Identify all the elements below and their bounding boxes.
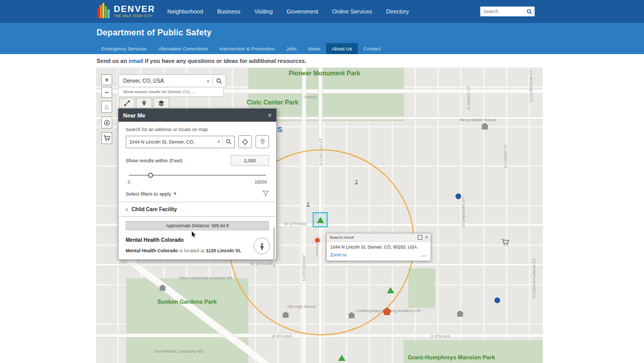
chevron-left-icon[interactable]: ‹ xyxy=(126,207,128,212)
tab-intervention-prevention[interactable]: Intervention & Prevention xyxy=(213,43,280,54)
slider-min-label: 0 xyxy=(128,179,130,185)
expand-icon[interactable] xyxy=(418,235,422,240)
more-options-icon[interactable]: ... xyxy=(421,252,427,257)
label-sunken-gardens-park: Sunken Gardens Park xyxy=(157,299,217,305)
search-icon[interactable] xyxy=(527,9,532,15)
top-nav-items: Neighborhood Business Visiting Governmen… xyxy=(167,0,409,23)
nav-item-visiting[interactable]: Visiting xyxy=(254,8,273,15)
nav-item-government[interactable]: Government xyxy=(287,8,318,15)
map-toolbar xyxy=(119,98,169,108)
street-label-grant: N GRANT ST xyxy=(466,86,471,109)
panel-scrollbar[interactable] xyxy=(273,227,275,268)
nav-item-business[interactable]: Business xyxy=(217,8,240,15)
department-subnav: Emergency Services Alternative Correctio… xyxy=(96,43,386,54)
chevron-down-icon[interactable]: ▾ xyxy=(174,191,177,196)
use-my-location-button[interactable] xyxy=(238,135,252,148)
page: DENVER THE MILE HIGH CITY Neighborhood B… xyxy=(0,0,644,363)
logo-title: DENVER xyxy=(114,5,155,14)
map-marker-triangle[interactable] xyxy=(387,287,394,293)
street-label-logan: N LOGAN ST xyxy=(503,144,508,167)
tab-alternative-corrections[interactable]: Alternative Corrections xyxy=(152,43,213,54)
denver-logo-icon xyxy=(97,3,110,19)
near-me-panel: Near Me × Search for an address or locat… xyxy=(118,108,277,260)
email-link[interactable]: email xyxy=(129,58,143,64)
clear-search-icon[interactable]: × xyxy=(204,78,212,84)
site-search-input[interactable] xyxy=(482,8,527,15)
home-button[interactable]: ⌂ xyxy=(101,101,112,113)
radius-slider[interactable] xyxy=(129,173,266,178)
slider-max-label: 16000 xyxy=(254,179,267,185)
nav-item-directory[interactable]: Directory xyxy=(386,8,409,15)
tab-about-us[interactable]: About Us xyxy=(326,43,358,54)
result-name: Mental Health Colorado xyxy=(126,248,178,253)
label-pioneer-monument-park: Pioneer Monument Park xyxy=(289,70,360,77)
popup-address: 1044 N Lincoln St, Denver, CO, 80203, US… xyxy=(330,244,427,250)
clear-address-icon[interactable]: × xyxy=(215,139,222,145)
result-address: 1120 Lincoln St. xyxy=(206,248,242,253)
nav-item-online-services[interactable]: Online Services xyxy=(332,8,372,15)
address-search-box[interactable]: × xyxy=(126,136,235,148)
nav-item-neighborhood[interactable]: Neighborhood xyxy=(167,8,203,15)
results-within-label: Show results within (Feet) xyxy=(126,158,182,163)
map-search-box[interactable]: × xyxy=(118,74,226,87)
address-search-label: Search for an address or locate on map xyxy=(126,127,269,132)
zoom-to-link[interactable]: Zoom to xyxy=(330,252,346,257)
label-gold-athletic-leadership: Gold Athletic Leadership MS xyxy=(154,349,204,354)
route-tool-icon[interactable] xyxy=(119,98,135,108)
denver-logo[interactable]: DENVER THE MILE HIGH CITY xyxy=(97,3,155,19)
search-location-pin[interactable] xyxy=(314,237,321,244)
filter-icon[interactable] xyxy=(262,190,269,197)
search-icon[interactable] xyxy=(223,139,234,145)
map-marker-triangle xyxy=(317,217,324,223)
near-me-title: Near Me xyxy=(123,112,267,119)
slider-handle[interactable] xyxy=(148,173,153,178)
zoom-out-button[interactable]: − xyxy=(101,87,112,98)
tab-contact[interactable]: Contact xyxy=(358,43,386,54)
search-icon[interactable] xyxy=(213,78,225,84)
popup-title: Search result xyxy=(329,235,415,240)
radius-value-field[interactable]: 2,000 xyxy=(231,155,269,166)
building-icon xyxy=(457,310,464,317)
map-marker-dot[interactable] xyxy=(494,297,500,303)
map-canvas[interactable]: Pioneer Monument Park Civic Center Park … xyxy=(96,68,543,363)
site-search-box[interactable] xyxy=(480,6,535,17)
near-me-header: Near Me × xyxy=(118,109,276,122)
tab-jobs[interactable]: Jobs xyxy=(280,43,302,54)
street-label-clarkson: N CLARKSON ST xyxy=(529,70,533,101)
close-icon[interactable]: × xyxy=(267,111,272,119)
label-mercy-middle-school: Mercy Middle School xyxy=(460,118,496,122)
map-marker-triangle[interactable] xyxy=(338,355,345,361)
tab-news[interactable]: News xyxy=(302,43,326,54)
zoom-in-button[interactable]: + xyxy=(101,74,112,85)
intro-text: Send us anemailif you have any questions… xyxy=(0,54,644,68)
selected-facility-highlight[interactable] xyxy=(313,212,328,227)
cart-button[interactable] xyxy=(101,132,112,144)
map-marker-pentagon[interactable] xyxy=(383,307,391,315)
locate-button[interactable] xyxy=(101,116,112,128)
label-central: Central xyxy=(304,95,316,99)
map-search-hint[interactable]: Show search results for Denver, CO, ... xyxy=(118,87,224,97)
map-search-input[interactable] xyxy=(119,77,204,84)
select-filters-dropdown[interactable]: Select filters to apply xyxy=(126,191,171,197)
result-mid-text: is located at xyxy=(180,248,205,253)
street-label-pennsylvania: N PENNSYLVANIA ST xyxy=(532,258,536,297)
result-title[interactable]: Mental Health Colorado xyxy=(126,237,269,243)
street-label-e8th: E 8TH AVE xyxy=(431,334,450,339)
directions-button[interactable] xyxy=(253,238,270,254)
map-marker-dot[interactable] xyxy=(455,193,461,199)
cart-marker-icon[interactable] xyxy=(501,238,509,246)
category-label: Child Care Facility xyxy=(131,206,177,212)
close-icon[interactable]: × xyxy=(425,235,428,240)
tab-emergency-services[interactable]: Emergency Services xyxy=(96,43,152,54)
search-pin-stem xyxy=(317,243,317,257)
layers-tool-icon[interactable] xyxy=(153,98,169,108)
department-header-bar: Department of Public Safety Emergency Se… xyxy=(0,23,644,54)
intro-post: if you have any questions or ideas for a… xyxy=(145,58,306,64)
street-label-sherman: N SHERMAN ST xyxy=(461,198,466,227)
pin-tool-icon[interactable] xyxy=(136,98,152,108)
park-small-east xyxy=(408,268,435,308)
drop-pin-button[interactable] xyxy=(256,135,269,148)
approximate-distance-header[interactable]: Approximate Distance: 585.94 ft xyxy=(126,221,269,230)
address-input[interactable] xyxy=(126,139,215,145)
result-description: Mental Health Colorado is located at 112… xyxy=(126,248,269,253)
